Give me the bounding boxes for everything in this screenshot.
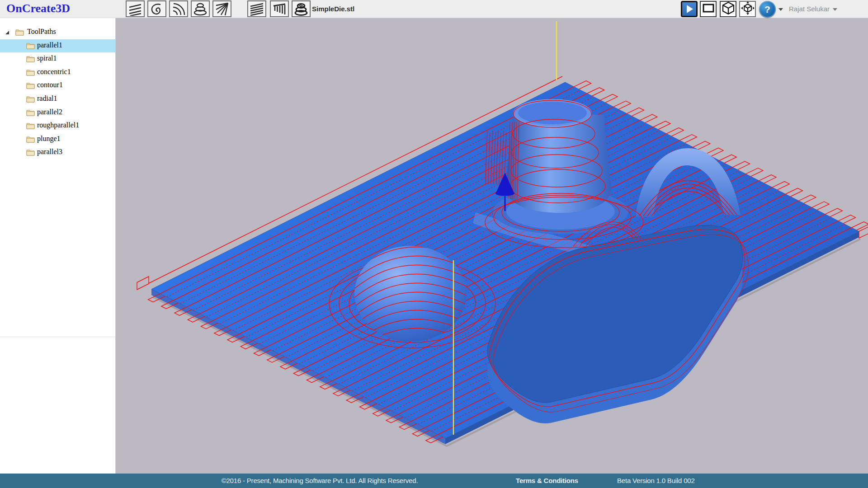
radial-toolpath-icon (215, 2, 229, 16)
folder-icon (26, 148, 35, 156)
play-icon (687, 5, 693, 13)
viewport-3d-scene[interactable] (116, 18, 868, 474)
rough-parallel-toolpath-icon (250, 2, 264, 16)
help-dropdown-caret[interactable] (778, 8, 783, 11)
spiral-toolpath-icon (150, 2, 164, 16)
fit-view-button[interactable] (739, 1, 756, 17)
loaded-file-name: SimpleDie.stl (312, 5, 354, 13)
folder-icon (26, 108, 35, 116)
contour-toolpath-button[interactable] (191, 0, 210, 17)
tree-item-plunge1[interactable]: plunge1 (0, 133, 115, 146)
status-bar: ©2016 - Present, Machining Software Pvt.… (0, 474, 868, 488)
concentric-toolpath-icon (172, 2, 185, 16)
tree-item-contour1[interactable]: contour1 (0, 79, 115, 93)
tree-item-label: radial1 (37, 94, 57, 103)
folder-icon (15, 28, 24, 36)
folder-icon (26, 68, 35, 76)
tree-item-label: spiral1 (37, 54, 57, 62)
plunge-toolpath-icon (273, 2, 286, 16)
app-logo: OnCreate3D (6, 2, 70, 15)
user-caret-icon (833, 8, 837, 11)
expander-icon[interactable] (5, 31, 9, 34)
terms-link[interactable]: Terms & Conditions (516, 477, 578, 484)
version-text: Beta Version 1.0 Build 002 (617, 477, 695, 484)
contour-toolpath-icon (193, 2, 207, 16)
help-icon: ? (764, 4, 770, 15)
help-button[interactable]: ? (759, 1, 776, 18)
radial-toolpath-button[interactable] (212, 0, 231, 17)
parallel-toolpath-button[interactable] (126, 0, 145, 17)
folder-icon (26, 42, 35, 49)
tree-item-parallel1[interactable]: parallel1 (0, 39, 115, 53)
user-name: Rajat Selukar (789, 5, 830, 13)
folder-icon (26, 135, 35, 143)
tree-item-label: parallel3 (37, 148, 62, 156)
spiral-toolpath-button[interactable] (147, 0, 166, 17)
folder-icon (26, 55, 35, 62)
concentric-toolpath-button[interactable] (169, 0, 188, 17)
tree-root-label: ToolPaths (27, 28, 56, 36)
iso-cube-icon (722, 1, 735, 17)
toolpath-tree: ToolPaths parallel1 spiral1 concentric1 (0, 18, 115, 160)
iso-view-button[interactable] (720, 1, 736, 17)
stl-model-button[interactable] (292, 0, 311, 17)
tree-root-toolpaths[interactable]: ToolPaths (0, 26, 115, 39)
tree-item-radial1[interactable]: radial1 (0, 93, 115, 106)
folder-icon (26, 81, 35, 89)
plunge-toolpath-button[interactable] (270, 0, 289, 17)
sidebar-divider (0, 337, 115, 337)
tree-item-parallel3[interactable]: parallel3 (0, 146, 115, 160)
folder-icon (26, 95, 35, 103)
toolpath-tree-panel: ToolPaths parallel1 spiral1 concentric1 (0, 18, 116, 474)
tree-item-label: parallel2 (37, 108, 62, 116)
tree-item-roughparallel1[interactable]: roughparallel1 (0, 119, 115, 133)
tree-item-concentric1[interactable]: concentric1 (0, 66, 115, 80)
parallel-toolpath-icon (128, 2, 142, 16)
simulate-play-button[interactable] (681, 1, 698, 17)
viewport-3d[interactable] (116, 18, 868, 474)
tree-item-label: parallel1 (37, 41, 62, 49)
rough-parallel-toolpath-button[interactable] (247, 0, 266, 17)
top-toolbar: OnCreate3D (0, 0, 868, 18)
tree-item-parallel2[interactable]: parallel2 (0, 106, 115, 120)
screen-icon (702, 1, 715, 17)
stl-model-icon (294, 2, 308, 16)
copyright-text: ©2016 - Present, Machining Software Pvt.… (222, 477, 418, 484)
tree-item-label: contour1 (37, 81, 63, 89)
tree-item-label: plunge1 (37, 135, 61, 143)
tree-item-label: roughparallel1 (37, 121, 79, 129)
tree-item-label: concentric1 (37, 68, 71, 76)
user-menu[interactable]: Rajat Selukar (789, 5, 837, 13)
tree-item-spiral1[interactable]: spiral1 (0, 52, 115, 66)
folder-icon (26, 122, 35, 129)
fit-view-icon (741, 1, 755, 17)
screen-view-button[interactable] (700, 1, 717, 17)
